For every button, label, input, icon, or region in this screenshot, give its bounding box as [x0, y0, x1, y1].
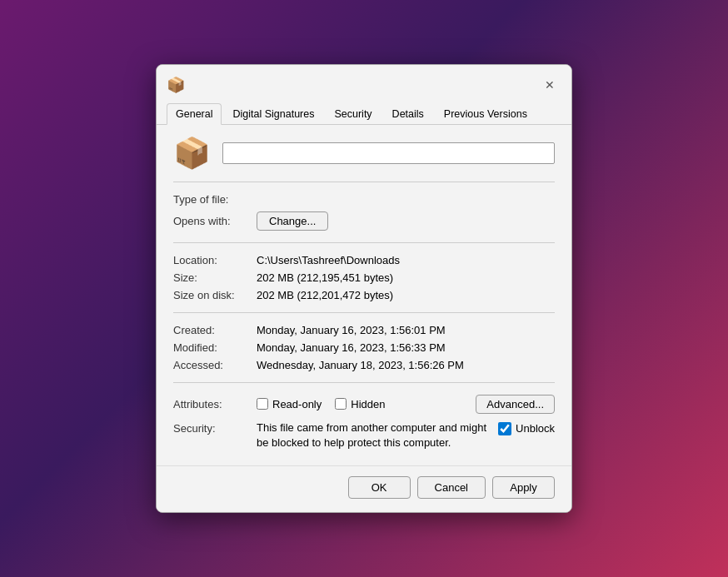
title-bar: 📦 ✕ — [157, 65, 571, 97]
tab-digital-signatures[interactable]: Digital Signatures — [223, 103, 323, 124]
location-value: C:\Users\Tashreef\Downloads — [257, 254, 555, 266]
apply-button[interactable]: Apply — [492, 476, 555, 499]
tab-previous-versions[interactable]: Previous Versions — [435, 103, 536, 124]
location-row: Location: C:\Users\Tashreef\Downloads — [173, 251, 555, 269]
unblock-text: Unblock — [516, 422, 555, 435]
divider-2 — [173, 242, 555, 243]
security-content: This file came from another computer and… — [257, 420, 555, 450]
size-on-disk-label: Size on disk: — [173, 289, 257, 301]
title-bar-left: 📦 — [167, 76, 185, 94]
size-label: Size: — [173, 271, 257, 284]
created-label: Created: — [173, 324, 257, 336]
modified-row: Modified: Monday, January 16, 2023, 1:56… — [173, 339, 555, 356]
security-label: Security: — [173, 420, 257, 435]
accessed-label: Accessed: — [173, 359, 257, 371]
location-label: Location: — [173, 254, 257, 266]
ok-button[interactable]: OK — [348, 476, 411, 499]
change-button[interactable]: Change... — [257, 211, 328, 231]
hidden-checkbox-label[interactable]: Hidden — [335, 398, 385, 410]
type-of-file-row: Type of file: — [173, 191, 555, 208]
security-text: This file came from another computer and… — [257, 420, 490, 450]
opens-with-label: Opens with: — [173, 215, 257, 227]
attributes-row: Attributes: Read-only Hidden Advanced... — [173, 391, 555, 417]
unblock-checkbox[interactable] — [498, 422, 511, 435]
title-icon: 📦 — [167, 76, 185, 94]
tab-details[interactable]: Details — [383, 103, 433, 124]
accessed-value: Wednesday, January 18, 2023, 1:56:26 PM — [257, 359, 555, 371]
readonly-label: Read-only — [272, 398, 322, 410]
accessed-row: Accessed: Wednesday, January 18, 2023, 1… — [173, 356, 555, 374]
size-value: 202 MB (212,195,451 bytes) — [257, 271, 555, 284]
readonly-checkbox[interactable] — [257, 398, 268, 410]
opens-with-row: Opens with: Change... — [173, 208, 555, 234]
type-of-file-label: Type of file: — [173, 193, 257, 206]
modified-value: Monday, January 16, 2023, 1:56:33 PM — [257, 341, 555, 354]
security-row: Security: This file came from another co… — [173, 417, 555, 454]
divider-3 — [173, 312, 555, 313]
size-on-disk-value: 202 MB (212,201,472 bytes) — [257, 289, 555, 301]
file-name-input[interactable] — [222, 142, 555, 164]
size-on-disk-row: Size on disk: 202 MB (212,201,472 bytes) — [173, 286, 555, 304]
hidden-checkbox[interactable] — [335, 398, 347, 410]
tab-security[interactable]: Security — [325, 103, 381, 124]
created-value: Monday, January 16, 2023, 1:56:01 PM — [257, 324, 555, 336]
hidden-label: Hidden — [351, 398, 385, 410]
footer: OK Cancel Apply — [157, 465, 571, 512]
properties-window: 📦 ✕ General Digital Signatures Security … — [156, 64, 572, 513]
advanced-button[interactable]: Advanced... — [476, 395, 555, 414]
modified-label: Modified: — [173, 341, 257, 354]
tab-bar: General Digital Signatures Security Deta… — [157, 97, 571, 125]
size-row: Size: 202 MB (212,195,451 bytes) — [173, 269, 555, 286]
divider-1 — [173, 182, 555, 182]
unblock-label[interactable]: Unblock — [498, 420, 555, 435]
divider-4 — [173, 382, 555, 383]
file-header: 📦 — [173, 138, 555, 168]
attributes-label: Attributes: — [173, 398, 257, 410]
tab-content: 📦 Type of file: Opens with: Change... Lo… — [157, 125, 571, 465]
readonly-checkbox-label[interactable]: Read-only — [257, 398, 322, 410]
attributes-controls: Read-only Hidden Advanced... — [257, 395, 555, 414]
close-button[interactable]: ✕ — [538, 73, 561, 97]
cancel-button[interactable]: Cancel — [417, 476, 486, 499]
file-icon: 📦 — [173, 138, 211, 168]
created-row: Created: Monday, January 16, 2023, 1:56:… — [173, 321, 555, 339]
tab-general[interactable]: General — [167, 103, 222, 125]
